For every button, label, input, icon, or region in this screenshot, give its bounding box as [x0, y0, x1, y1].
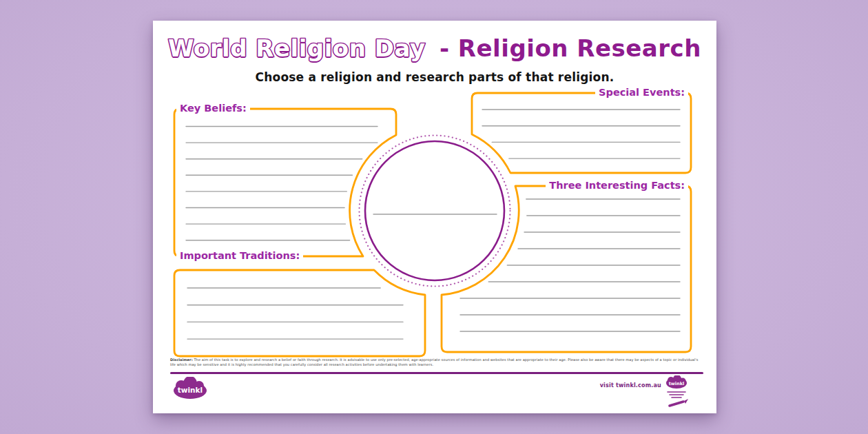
disclaimer-text: Disclaimer: The aim of this task is to e… [170, 358, 705, 367]
twinkl-quality-badge: twinkl [663, 375, 690, 409]
section-label-key-beliefs: Key Beliefs: [176, 101, 250, 115]
worksheet-graphic [153, 21, 716, 413]
section-outline-special-events [472, 93, 691, 173]
twinkl-logo-wordmark: twinkl [178, 386, 203, 394]
section-label-three-interesting-facts: Three Interesting Facts: [546, 178, 688, 192]
section-label-special-events: Special Events: [595, 85, 688, 99]
screenshot-root: { "header": { "title_bubble": "World Rel… [0, 0, 868, 434]
badge-wordmark: twinkl [669, 381, 685, 386]
twinkl-cloud-logo: twinkl [172, 377, 208, 400]
footer-separator-line [170, 372, 703, 374]
section-outline-key-beliefs [174, 109, 396, 256]
section-label-important-traditions: Important Traditions: [176, 249, 303, 262]
hub-circle [365, 141, 504, 280]
worksheet-page: World Religion Day - Religion Research C… [153, 21, 716, 413]
disclaimer-body: The aim of this task is to explore and r… [170, 358, 698, 366]
badge-pencil-icon [670, 399, 688, 406]
disclaimer-label: Disclaimer: [170, 358, 193, 362]
section-outline-important-traditions [174, 270, 425, 356]
visit-url-text: visit twinkl.com.au [600, 382, 661, 389]
